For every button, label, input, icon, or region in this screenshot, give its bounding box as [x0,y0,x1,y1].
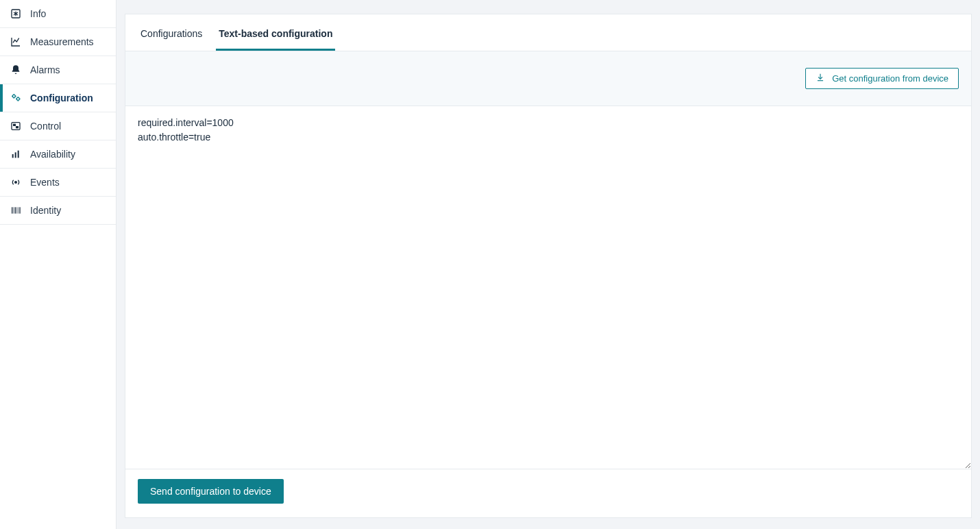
broadcast-icon [10,176,22,188]
sidebar-item-label: Measurements [30,36,94,47]
barcode-icon [10,204,22,217]
svg-rect-7 [15,152,16,158]
sidebar-item-info[interactable]: Info [0,0,116,28]
configuration-textarea[interactable] [125,106,971,469]
card-footer: Send configuration to device [125,469,971,517]
sidebar-item-label: Info [30,8,46,19]
svg-rect-5 [16,127,19,128]
app-root: Info Measurements Alarms [0,0,980,529]
sidebar-item-configuration[interactable]: Configuration [0,84,116,112]
tab-configurations[interactable]: Configurations [138,17,205,51]
sidebar-item-label: Control [30,121,61,132]
config-card: Configurations Text-based configuration … [125,14,972,518]
send-configuration-button[interactable]: Send configuration to device [138,479,284,504]
tab-label: Text-based configuration [219,28,332,39]
svg-rect-12 [15,207,16,213]
sidebar-item-events[interactable]: Events [0,169,116,197]
toggle-panel-icon [10,120,22,132]
cogs-icon [10,92,22,104]
svg-rect-15 [19,207,20,213]
sidebar: Info Measurements Alarms [0,0,117,529]
svg-rect-4 [14,124,16,125]
svg-rect-10 [12,207,12,213]
tab-label: Configurations [140,28,202,39]
sidebar-item-label: Configuration [30,93,93,103]
svg-rect-13 [16,207,17,213]
svg-rect-8 [18,151,19,158]
sidebar-item-alarms[interactable]: Alarms [0,56,116,84]
sidebar-item-label: Events [30,177,60,188]
asterisk-square-icon [10,8,22,20]
bar-chart-icon [10,148,22,160]
tab-text-based-configuration[interactable]: Text-based configuration [216,17,335,51]
tab-bar: Configurations Text-based configuration [125,14,971,51]
sidebar-item-measurements[interactable]: Measurements [0,28,116,56]
sidebar-item-label: Alarms [30,64,60,75]
sidebar-item-availability[interactable]: Availability [0,140,116,169]
svg-rect-6 [12,154,14,158]
svg-rect-14 [18,207,19,213]
svg-point-9 [15,182,17,184]
bell-icon [10,64,22,76]
toolbar: Get configuration from device [125,51,971,106]
main-content: Configurations Text-based configuration … [117,0,980,529]
editor-wrap [125,106,971,469]
sidebar-item-label: Identity [30,205,61,216]
button-label: Send configuration to device [150,486,271,497]
line-chart-icon [10,36,22,48]
svg-rect-11 [14,207,14,213]
svg-point-1 [12,95,15,97]
sidebar-item-identity[interactable]: Identity [0,197,116,225]
button-label: Get configuration from device [832,73,948,84]
download-icon [816,73,825,84]
sidebar-item-control[interactable]: Control [0,112,116,140]
svg-point-2 [16,97,19,100]
sidebar-item-label: Availability [30,149,75,160]
get-configuration-button[interactable]: Get configuration from device [805,68,959,89]
